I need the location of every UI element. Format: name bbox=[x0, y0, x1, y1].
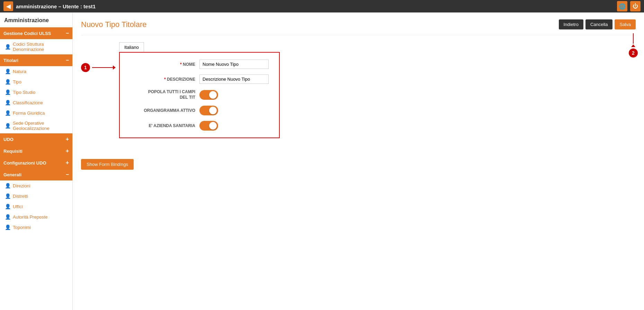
person-icon: 👤 bbox=[5, 193, 11, 199]
sidebar-section-gestione-codici-ulss[interactable]: Gestione Codici ULSS − bbox=[0, 27, 72, 39]
topbar-right: 🌐 ⏻ bbox=[617, 1, 641, 11]
sidebar-item-distretti[interactable]: 👤 Distretti bbox=[0, 191, 72, 201]
sidebar-item-label: Distretti bbox=[13, 194, 28, 199]
header-actions: Indietro Cancella Salva bbox=[559, 19, 636, 29]
input-nome[interactable] bbox=[199, 60, 269, 69]
tab-form-container: Italiano * NOME * DESCRIZIONE bbox=[119, 42, 280, 138]
arrow-1 bbox=[92, 65, 116, 70]
page-title: Nuovo Tipo Titolare bbox=[81, 20, 147, 29]
collapse-icon: − bbox=[66, 30, 69, 36]
topbar-title: amministrazione – Utente : test1 bbox=[16, 3, 96, 9]
toggle-thumb bbox=[209, 122, 217, 130]
sidebar-item-label: Codici Struttura Denominazione bbox=[13, 42, 69, 52]
toggle-organigramma[interactable] bbox=[199, 106, 218, 115]
salva-button[interactable]: Salva bbox=[615, 19, 636, 29]
person-icon: 👤 bbox=[5, 224, 11, 230]
sidebar-item-tipo[interactable]: 👤 Tipo bbox=[0, 77, 72, 87]
sidebar-item-autorita-preposte[interactable]: 👤 Autorità Preposte bbox=[0, 212, 72, 222]
main-content: Nuovo Tipo Titolare Indietro Cancella Sa… bbox=[73, 12, 644, 310]
sidebar-scroll: Gestione Codici ULSS − 👤 Codici Struttur… bbox=[0, 27, 72, 309]
expand-icon: + bbox=[66, 148, 69, 154]
required-star: * bbox=[164, 77, 167, 82]
sidebar-section-label: Requisiti bbox=[3, 149, 23, 154]
toggle-azienda[interactable] bbox=[199, 121, 218, 131]
sidebar-item-sede-operative[interactable]: 👤 Sede Operative Geolocalizzazione bbox=[0, 118, 72, 133]
sidebar-item-label: Natura bbox=[13, 69, 26, 74]
sidebar-section-titolari[interactable]: Titolari − bbox=[0, 54, 72, 66]
indietro-button[interactable]: Indietro bbox=[559, 19, 583, 29]
sidebar-section-label: Configurazioni UDO bbox=[3, 160, 46, 166]
person-icon: 👤 bbox=[5, 214, 11, 220]
sidebar-section-label: UDO bbox=[3, 137, 14, 142]
label-organigramma: ORGANIGRAMMA ATTIVO bbox=[130, 108, 199, 113]
sidebar-item-direzioni[interactable]: 👤 Direzioni bbox=[0, 180, 72, 191]
collapse-icon: − bbox=[66, 57, 69, 63]
form-section: 1 Italiano * NOME bbox=[81, 42, 636, 138]
label-nome: * NOME bbox=[130, 62, 199, 67]
sidebar-section-requisiti[interactable]: Requisiti + bbox=[0, 145, 72, 157]
form-row-descrizione: * DESCRIZIONE bbox=[130, 74, 269, 84]
sidebar-section-label: Generali bbox=[3, 172, 21, 177]
form-row-organigramma: ORGANIGRAMMA ATTIVO bbox=[130, 106, 269, 115]
annotation-badge-1: 1 bbox=[81, 63, 90, 72]
toggle-track bbox=[199, 90, 218, 100]
sidebar-item-label: Toponimi bbox=[13, 225, 31, 230]
sidebar-section-udo[interactable]: UDO + bbox=[0, 133, 72, 145]
power-button[interactable]: ⏻ bbox=[630, 1, 641, 11]
sidebar-item-toponimi[interactable]: 👤 Toponimi bbox=[0, 222, 72, 232]
sidebar-item-label: Forma Giuridica bbox=[13, 110, 45, 116]
sidebar-item-label: Autorità Preposte bbox=[13, 214, 47, 220]
form-row-nome: * NOME bbox=[130, 60, 269, 69]
sidebar-item-label: Tipo bbox=[13, 79, 21, 85]
annotation-1-container: 1 bbox=[81, 63, 116, 72]
form-row-azienda: E' AZIENDA SANITARIA bbox=[130, 121, 269, 131]
toggle-popola[interactable] bbox=[199, 90, 218, 100]
layout: Amministrazione Gestione Codici ULSS − 👤… bbox=[0, 12, 644, 310]
label-descrizione: * DESCRIZIONE bbox=[130, 77, 199, 82]
required-star: * bbox=[180, 62, 183, 67]
expand-icon: + bbox=[66, 160, 69, 166]
label-popola: POPOLA TUTTI I CAMPIDEL TIT bbox=[130, 89, 199, 100]
sidebar-item-classificazione[interactable]: 👤 Classificazione bbox=[0, 97, 72, 108]
sidebar-section-label: Gestione Codici ULSS bbox=[3, 31, 51, 36]
show-bindings-container: Show Form Bindings bbox=[81, 149, 636, 170]
main-header: Nuovo Tipo Titolare Indietro Cancella Sa… bbox=[81, 19, 636, 29]
cancella-button[interactable]: Cancella bbox=[585, 19, 613, 29]
sidebar-item-label: Direzioni bbox=[13, 183, 30, 188]
show-form-bindings-button[interactable]: Show Form Bindings bbox=[81, 159, 134, 170]
sidebar-section-generali[interactable]: Generali − bbox=[0, 169, 72, 180]
sidebar-section-configurazioni-udo[interactable]: Configurazioni UDO + bbox=[0, 157, 72, 169]
topbar-left: ◀ amministrazione – Utente : test1 bbox=[3, 1, 96, 11]
person-icon: 👤 bbox=[5, 44, 11, 50]
arrow-head-1 bbox=[113, 65, 116, 70]
sidebar-item-uffici[interactable]: 👤 Uffici bbox=[0, 201, 72, 212]
form-row-popola: POPOLA TUTTI I CAMPIDEL TIT bbox=[130, 89, 269, 100]
toggle-track bbox=[199, 106, 218, 115]
input-descrizione[interactable] bbox=[199, 74, 269, 84]
person-icon: 👤 bbox=[5, 79, 11, 85]
sidebar-item-natura[interactable]: 👤 Natura bbox=[0, 66, 72, 77]
topbar: ◀ amministrazione – Utente : test1 🌐 ⏻ bbox=[0, 0, 644, 12]
toggle-thumb bbox=[209, 91, 217, 99]
globe-button[interactable]: 🌐 bbox=[617, 1, 627, 11]
sidebar-item-label: Classificazione bbox=[13, 100, 43, 105]
topbar-logo: ◀ bbox=[3, 1, 13, 11]
sidebar-item-tipo-studio[interactable]: 👤 Tipo Studio bbox=[0, 87, 72, 97]
sidebar-item-forma-giuridica[interactable]: 👤 Forma Giuridica bbox=[0, 108, 72, 118]
sidebar-item-label: Uffici bbox=[13, 204, 23, 209]
person-icon: 👤 bbox=[5, 110, 11, 116]
collapse-icon: − bbox=[66, 171, 69, 178]
tab-row: Italiano bbox=[119, 42, 280, 52]
person-icon: 👤 bbox=[5, 89, 11, 95]
toggle-track bbox=[199, 121, 218, 131]
sidebar-item-label: Sede Operative Geolocalizzazione bbox=[13, 121, 69, 131]
sidebar-title: Amministrazione bbox=[0, 12, 72, 27]
expand-icon: + bbox=[66, 136, 69, 142]
person-icon: 👤 bbox=[5, 69, 11, 74]
label-azienda: E' AZIENDA SANITARIA bbox=[130, 123, 199, 128]
person-icon: 👤 bbox=[5, 183, 11, 188]
sidebar: Amministrazione Gestione Codici ULSS − 👤… bbox=[0, 12, 73, 310]
tab-italiano[interactable]: Italiano bbox=[119, 42, 144, 52]
sidebar-item-codici-struttura[interactable]: 👤 Codici Struttura Denominazione bbox=[0, 39, 72, 54]
person-icon: 👤 bbox=[5, 100, 11, 105]
